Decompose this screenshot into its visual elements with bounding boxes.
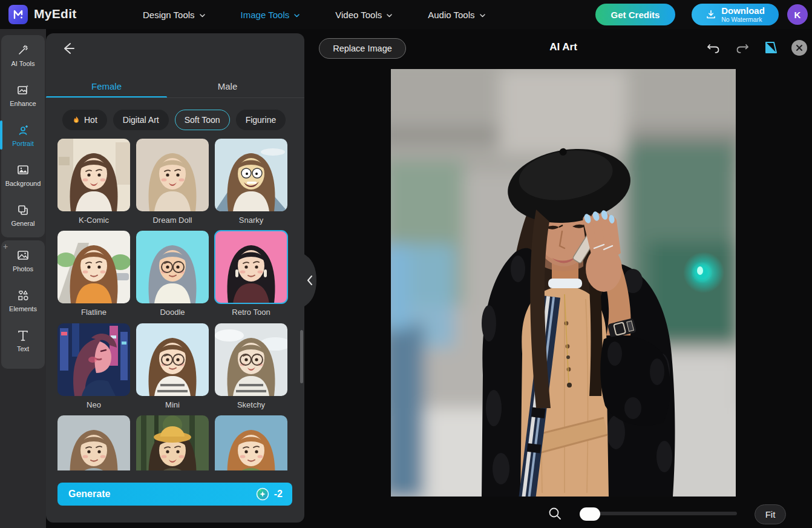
style-thumbnail[interactable] bbox=[57, 323, 130, 396]
panel-collapse-handle[interactable] bbox=[304, 254, 319, 306]
style-option-mini[interactable]: Mini bbox=[136, 323, 209, 409]
compare-icon[interactable] bbox=[764, 40, 779, 56]
style-thumbnail[interactable] bbox=[136, 415, 209, 470]
get-credits-button[interactable]: Get Credits bbox=[595, 4, 675, 25]
plus-icon: + bbox=[3, 242, 8, 251]
style-thumbnail[interactable] bbox=[215, 139, 287, 211]
main-nav: Design ToolsImage ToolsVideo ToolsAudio … bbox=[143, 0, 486, 29]
style-option-neo[interactable]: Neo bbox=[57, 323, 130, 409]
person-sparkle-icon bbox=[16, 123, 30, 137]
style-option-doodle[interactable]: Doodle bbox=[136, 231, 209, 317]
replace-image-button[interactable]: Replace Image bbox=[319, 38, 406, 59]
tab-female[interactable]: Female bbox=[46, 78, 167, 98]
nav-image-tools[interactable]: Image Tools bbox=[241, 10, 301, 20]
style-label: Doodle bbox=[136, 308, 209, 317]
style-thumbnail[interactable] bbox=[136, 323, 209, 396]
myedit-logo-icon[interactable] bbox=[8, 5, 28, 24]
shapes-icon bbox=[16, 288, 30, 303]
nav-design-tools[interactable]: Design Tools bbox=[143, 10, 206, 20]
download-label: Download bbox=[721, 6, 765, 15]
sidebar-item-label: Enhance bbox=[10, 100, 36, 107]
style-label: Dream Doll bbox=[136, 216, 209, 225]
style-thumbnail[interactable] bbox=[57, 231, 130, 303]
style-option-partial[interactable] bbox=[136, 415, 209, 470]
canvas-image[interactable] bbox=[391, 69, 736, 497]
chevron-down-icon bbox=[293, 12, 300, 19]
brand-title: MyEdit bbox=[34, 7, 77, 21]
style-option-k-comic[interactable]: K-Comic bbox=[57, 139, 130, 225]
panel-scrollbar[interactable] bbox=[300, 330, 303, 383]
filter-chip-digital-art[interactable]: Digital Art bbox=[113, 110, 169, 130]
sidebar-item-ai-tools[interactable]: AI Tools bbox=[1, 35, 45, 75]
sidebar-item-text[interactable]: Text bbox=[1, 320, 45, 360]
generate-label: Generate bbox=[68, 489, 255, 500]
sidebar-item-background[interactable]: Background bbox=[1, 155, 45, 195]
rail-group-edit: AI ToolsEnhancePortraitBackgroundGeneral bbox=[1, 35, 45, 237]
style-label: Retro Toon bbox=[215, 308, 287, 317]
style-label: Sketchy bbox=[215, 400, 287, 409]
style-option-snarky[interactable]: Snarky bbox=[215, 139, 287, 225]
style-thumbnail[interactable] bbox=[215, 415, 287, 470]
download-button[interactable]: Download No Watermark bbox=[692, 4, 779, 25]
sidebar-item-label: Background bbox=[5, 180, 41, 187]
undo-icon[interactable] bbox=[706, 40, 721, 56]
style-label: Mini bbox=[136, 400, 209, 409]
image-mountain-icon bbox=[16, 163, 30, 177]
style-option-retro-toon[interactable]: Retro Toon bbox=[215, 231, 287, 317]
chevron-down-icon bbox=[199, 12, 206, 19]
download-sublabel: No Watermark bbox=[721, 16, 765, 23]
sidebar-item-label: AI Tools bbox=[11, 60, 35, 67]
nav-label: Audio Tools bbox=[428, 10, 474, 20]
download-icon bbox=[706, 9, 716, 20]
style-thumbnail[interactable] bbox=[57, 139, 130, 211]
style-option-flatline[interactable]: Flatline bbox=[57, 231, 130, 317]
filter-chip-soft-toon[interactable]: Soft Toon bbox=[175, 110, 230, 130]
sidebar-item-portrait[interactable]: Portrait bbox=[1, 115, 45, 155]
close-button[interactable] bbox=[791, 40, 807, 56]
left-tool-rail: AI ToolsEnhancePortraitBackgroundGeneral… bbox=[0, 29, 46, 528]
fire-icon bbox=[72, 116, 80, 124]
zoom-slider-thumb[interactable] bbox=[580, 507, 600, 521]
filter-chip-hot[interactable]: Hot bbox=[62, 110, 107, 130]
top-bar: MyEdit Design ToolsImage ToolsVideo Tool… bbox=[0, 0, 812, 29]
sidebar-item-enhance[interactable]: Enhance bbox=[1, 75, 45, 115]
tab-divider bbox=[46, 97, 304, 98]
style-thumbnail[interactable] bbox=[215, 231, 287, 303]
back-arrow-icon[interactable] bbox=[61, 41, 76, 56]
chevron-down-icon bbox=[386, 12, 393, 19]
style-option-partial[interactable] bbox=[215, 415, 287, 470]
user-avatar[interactable]: K bbox=[787, 4, 808, 25]
zoom-magnifier-icon[interactable] bbox=[548, 506, 562, 521]
generate-button[interactable]: Generate -2 bbox=[57, 483, 292, 506]
magic-wand-icon bbox=[16, 43, 30, 58]
sidebar-item-label: Photos bbox=[13, 265, 33, 272]
style-thumbnail[interactable] bbox=[136, 231, 209, 303]
style-thumbnail[interactable] bbox=[215, 323, 287, 396]
fit-button[interactable]: Fit bbox=[755, 504, 786, 524]
close-icon bbox=[796, 44, 803, 51]
gender-tabs: FemaleMale bbox=[46, 78, 304, 98]
style-thumbnail[interactable] bbox=[136, 139, 209, 211]
chevron-down-icon bbox=[479, 12, 486, 19]
active-indicator bbox=[0, 120, 2, 150]
chip-label: Soft Toon bbox=[185, 115, 220, 125]
chip-label: Figurine bbox=[246, 115, 277, 125]
style-option-partial[interactable] bbox=[57, 415, 130, 470]
nav-label: Image Tools bbox=[241, 10, 290, 20]
style-thumbnail[interactable] bbox=[57, 415, 130, 470]
style-option-sketchy[interactable]: Sketchy bbox=[215, 323, 287, 409]
app-root: MyEdit Design ToolsImage ToolsVideo Tool… bbox=[0, 0, 812, 528]
filter-chip-figurine[interactable]: Figurine bbox=[236, 110, 286, 130]
photo-icon bbox=[16, 248, 30, 263]
nav-audio-tools[interactable]: Audio Tools bbox=[428, 10, 485, 20]
sidebar-item-general[interactable]: General bbox=[1, 195, 45, 235]
redo-icon[interactable] bbox=[735, 40, 750, 56]
style-label: Neo bbox=[57, 400, 130, 409]
text-icon bbox=[16, 328, 30, 343]
nav-video-tools[interactable]: Video Tools bbox=[335, 10, 393, 20]
sidebar-item-elements[interactable]: Elements bbox=[1, 280, 45, 320]
tab-male[interactable]: Male bbox=[167, 78, 288, 98]
style-option-dream-doll[interactable]: Dream Doll bbox=[136, 139, 209, 225]
sidebar-item-label: General bbox=[11, 220, 34, 227]
zoom-slider-track[interactable] bbox=[580, 512, 737, 515]
